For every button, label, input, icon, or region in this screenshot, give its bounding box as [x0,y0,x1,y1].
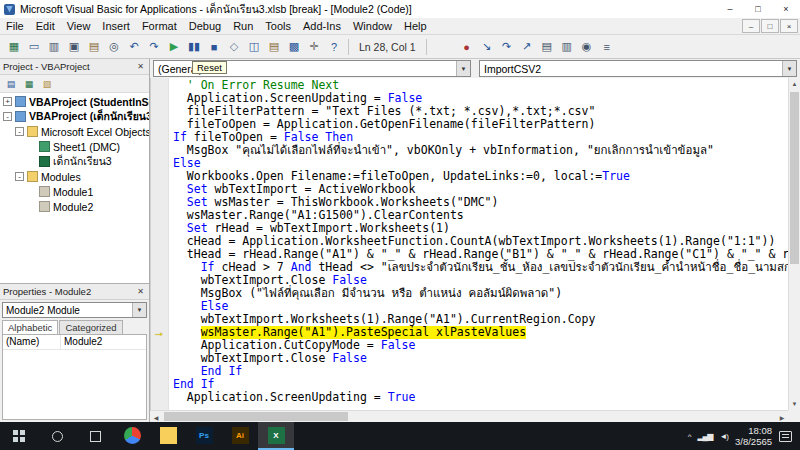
project-explorer-icon[interactable]: ◫ [244,37,264,57]
property-row[interactable]: (Name)Module2 [3,335,146,350]
taskbar-excel-icon: X [268,427,285,444]
tree-item-thisworkbook[interactable]: เด็กนักเรียน3 [0,154,149,169]
minimize-button[interactable]: – [716,0,744,18]
title-bar[interactable]: Microsoft Visual Basic for Applications … [0,0,800,18]
toggle-folders-icon[interactable]: ▧ [38,76,56,92]
horizontal-scrollbar[interactable]: ◀ ▶ [150,410,788,422]
menu-debug[interactable]: Debug [183,19,227,33]
menu-tools[interactable]: Tools [259,19,297,33]
tree-item-vbaproject-deknakrian3[interactable]: -VBAProject (เด็กนักเรียน3.xlsb) [0,109,149,124]
close-button[interactable]: × [772,0,800,18]
mdi-restore-button[interactable]: □ [761,19,779,33]
project-panel-header[interactable]: Project - VBAProject ✕ [0,59,149,75]
taskbar-file-explorer-button[interactable] [150,422,186,450]
code-line[interactable]: MsgBox ("ไฟล์ที่คุณเลือก มีจำนวน หรือ ตำ… [173,287,788,300]
menu-edit[interactable]: Edit [30,19,61,33]
view-code-icon[interactable]: ▤ [2,76,20,92]
taskbar-photoshop-button[interactable]: Ps [186,422,222,450]
close-icon[interactable]: ✕ [135,62,146,71]
tree-item-sheet1-dmc[interactable]: Sheet1 (DMC) [0,139,149,154]
watch-window-icon[interactable]: ◉ [577,37,597,57]
project-panel-title: Project - VBAProject [3,61,90,72]
scroll-up-icon[interactable]: ▲ [789,78,800,90]
taskbar-chrome-button[interactable] [114,422,150,450]
menu-view[interactable]: View [61,19,97,33]
taskbar-illustrator-button[interactable]: Ai [222,422,258,450]
code-editor[interactable]: ' On Error Resume NextApplication.Screen… [169,78,788,410]
task-view-button[interactable] [76,422,114,450]
code-line[interactable]: End If [173,365,788,378]
menu-file[interactable]: File [0,19,30,33]
action-center-icon[interactable] [779,431,792,442]
worksheet-icon [39,141,50,152]
tree-item-module1[interactable]: Module1 [0,184,149,199]
tree-item-module2[interactable]: Module2 [0,199,149,214]
break-icon[interactable]: ▮▮ [184,37,204,57]
tab-alphabetic[interactable]: Alphabetic [2,320,58,334]
mdi-close-button[interactable]: × [780,19,798,33]
properties-panel-header[interactable]: Properties - Module2 ✕ [0,284,149,300]
tray-expand-icon[interactable]: ^ [688,432,691,441]
scroll-down-icon[interactable]: ▼ [789,398,800,410]
immediate-window-icon[interactable]: ▥ [557,37,577,57]
code-line[interactable]: MsgBox "คุณไม่ได้เลือกไฟล์ที่จะนำเข้า", … [173,144,788,157]
find-icon[interactable]: ◎ [104,37,124,57]
tree-expander-icon[interactable]: - [3,112,12,121]
tree-item-microsoft-excel-objects[interactable]: -Microsoft Excel Objects [0,124,149,139]
menu-addins[interactable]: Add-Ins [297,19,347,33]
insert-userform-icon[interactable]: ▭ [24,37,44,57]
toolbar-separator [348,39,349,55]
locals-window-icon[interactable]: ▤ [537,37,557,57]
paste-icon[interactable]: ▤ [84,37,104,57]
menu-run[interactable]: Run [227,19,259,33]
step-over-icon[interactable]: ↷ [497,37,517,57]
copy-icon[interactable]: ▣ [64,37,84,57]
procedure-dropdown[interactable]: ImportCSV2 ▼ [479,60,797,77]
save-icon[interactable]: ▥ [44,37,64,57]
undo-icon[interactable]: ↶ [124,37,144,57]
tree-expander-icon[interactable]: - [15,127,24,136]
code-line[interactable]: Application.ScreenUpdating = True [173,391,788,404]
menu-insert[interactable]: Insert [96,19,136,33]
close-icon[interactable]: ✕ [135,287,146,296]
view-object-icon[interactable]: ▦ [20,76,38,92]
view-excel-icon[interactable]: ▦ [4,37,24,57]
mdi-minimize-button[interactable]: – [742,19,760,33]
run-icon[interactable]: ▶ [164,37,184,57]
menu-format[interactable]: Format [136,19,183,33]
taskbar-excel-button[interactable]: X [258,422,294,450]
horizontal-scroll-track[interactable] [162,411,776,422]
step-out-icon[interactable]: ↗ [517,37,537,57]
call-stack-icon[interactable]: ≡ [597,37,617,57]
step-into-icon[interactable]: ↘ [477,37,497,57]
redo-icon[interactable]: ↷ [144,37,164,57]
object-browser-icon[interactable]: ▩ [284,37,304,57]
taskbar-clock[interactable]: 18:08 3/8/2565 [735,425,772,447]
maximize-button[interactable]: □ [744,0,772,18]
vertical-scroll-thumb[interactable] [790,92,799,264]
menu-window[interactable]: Window [347,19,398,33]
start-button[interactable] [0,422,38,450]
tab-categorized[interactable]: Categorized [59,320,122,334]
tree-item-vbaproject-studentinschool[interactable]: +VBAProject (StudentInSchoolLis [0,94,149,109]
help-icon[interactable]: ? [324,37,344,57]
design-mode-icon[interactable]: ◇ [224,37,244,57]
properties-window-icon[interactable]: ▤ [264,37,284,57]
network-icon[interactable]: ▂▄▆ [697,432,712,441]
code-margin-indicator-bar[interactable] [151,78,169,410]
code-line[interactable]: wbTextImport.Close False [173,352,788,365]
tree-expander-icon[interactable]: + [3,97,12,106]
search-button[interactable] [38,422,76,450]
project-explorer-panel: Project - VBAProject ✕ ▤▦▧ +VBAProject (… [0,59,149,284]
volume-icon[interactable]: ◄) [719,432,728,441]
tree-item-modules-folder[interactable]: -Modules [0,169,149,184]
toolbox-icon[interactable]: ✛ [304,37,324,57]
horizontal-scroll-thumb[interactable] [164,412,348,421]
properties-object-dropdown[interactable]: Module2 Module ▼ [2,302,147,318]
toggle-breakpoint-icon[interactable]: ● [457,37,477,57]
reset-icon[interactable]: ■ [204,37,224,57]
tree-expander-icon[interactable]: - [15,172,24,181]
vertical-scrollbar[interactable]: ▲ ▼ [788,78,800,410]
vertical-scroll-track[interactable] [789,90,800,398]
menu-help[interactable]: Help [398,19,433,33]
